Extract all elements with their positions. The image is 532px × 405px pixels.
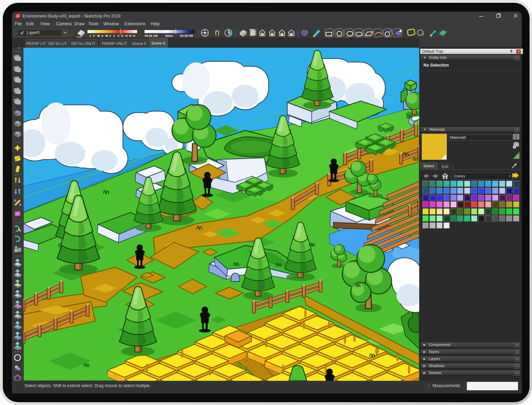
svg-text:F: F (93, 34, 95, 38)
svg-text:Noon: Noon (165, 34, 173, 38)
svg-text:J: J (113, 34, 115, 38)
svg-text:06:38 PM: 06:38 PM (180, 34, 193, 38)
svg-text:D: D (133, 34, 135, 38)
svg-text:A: A (117, 34, 119, 38)
svg-text:M: M (97, 34, 100, 38)
svg-text:S: S (121, 34, 123, 38)
svg-text:O: O (125, 34, 128, 38)
svg-text:M: M (105, 34, 108, 38)
svg-text:A: A (101, 34, 103, 38)
svg-text:Layer0: Layer0 (27, 30, 40, 35)
svg-text:05:26 AM: 05:26 AM (145, 34, 158, 38)
svg-text:J: J (109, 34, 111, 38)
svg-text:N: N (129, 34, 131, 38)
svg-text:J: J (89, 34, 91, 38)
